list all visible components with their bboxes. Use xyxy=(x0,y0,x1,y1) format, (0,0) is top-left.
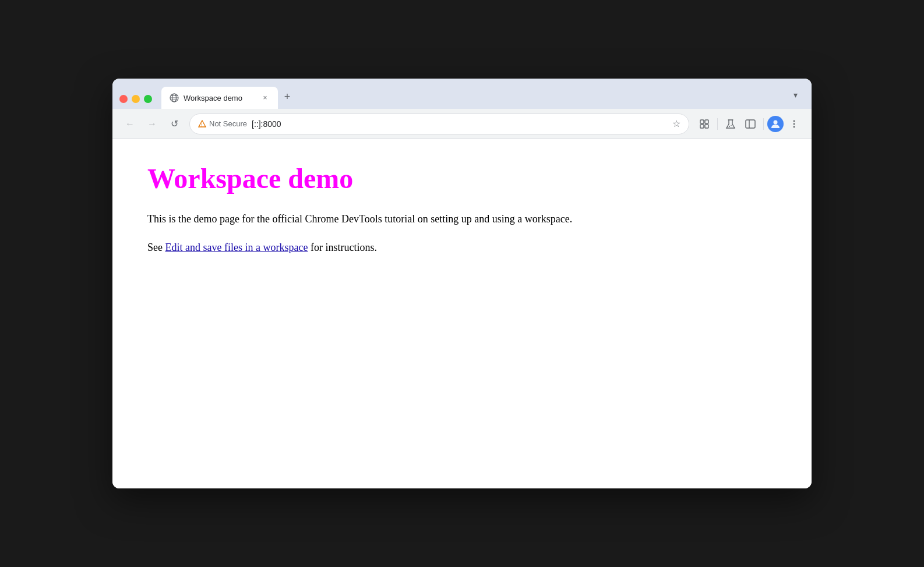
svg-rect-8 xyxy=(700,125,704,128)
svg-point-16 xyxy=(793,120,795,122)
reload-icon: ↺ xyxy=(171,118,178,129)
link-paragraph: See Edit and save files in a workspace f… xyxy=(147,239,777,256)
extensions-button[interactable] xyxy=(695,115,714,133)
see-prefix: See xyxy=(147,242,165,253)
menu-button[interactable] xyxy=(785,115,803,133)
lab-button[interactable] xyxy=(721,115,740,133)
svg-point-12 xyxy=(731,125,731,125)
traffic-lights xyxy=(119,95,152,109)
toolbar-divider-2 xyxy=(763,118,764,130)
svg-point-15 xyxy=(774,120,778,124)
kebab-menu-icon xyxy=(788,118,800,130)
warning-icon: ! xyxy=(198,120,206,128)
security-indicator: ! Not Secure xyxy=(198,119,247,128)
tab-bar: Workspace demo × + ▾ xyxy=(112,79,812,109)
intro-text: This is the demo page for the official C… xyxy=(147,213,572,225)
svg-point-18 xyxy=(793,126,795,127)
tab-dropdown-button[interactable]: ▾ xyxy=(786,86,805,104)
traffic-light-yellow[interactable] xyxy=(132,95,140,103)
toolbar-divider xyxy=(717,118,718,130)
globe-icon xyxy=(170,93,179,102)
active-tab[interactable]: Workspace demo × xyxy=(161,87,278,109)
svg-point-11 xyxy=(729,126,730,127)
security-label: Not Secure xyxy=(209,119,247,128)
tab-title: Workspace demo xyxy=(184,94,256,102)
traffic-light-red[interactable] xyxy=(119,95,128,103)
svg-text:!: ! xyxy=(201,122,202,126)
profile-button[interactable] xyxy=(767,116,784,132)
traffic-light-green[interactable] xyxy=(144,95,152,103)
tab-close-button[interactable]: × xyxy=(260,93,270,102)
url-display[interactable]: [::]:8000 xyxy=(252,119,668,129)
lab-icon xyxy=(725,118,736,130)
svg-rect-13 xyxy=(746,120,755,128)
page-content: Workspace demo This is the demo page for… xyxy=(112,139,812,488)
forward-button[interactable]: → xyxy=(143,115,161,133)
new-tab-button[interactable]: + xyxy=(278,87,297,109)
see-suffix: for instructions. xyxy=(308,242,377,253)
avatar-icon xyxy=(770,119,781,129)
forward-icon: → xyxy=(147,119,157,129)
workspace-link[interactable]: Edit and save files in a workspace xyxy=(165,242,308,253)
back-button[interactable]: ← xyxy=(121,115,139,133)
browser-window: Workspace demo × + ▾ ← → ↺ ! Not Secure … xyxy=(112,79,812,488)
back-icon: ← xyxy=(125,119,135,129)
intro-paragraph: This is the demo page for the official C… xyxy=(147,211,777,228)
svg-rect-7 xyxy=(705,120,708,123)
omnibox[interactable]: ! Not Secure [::]:8000 ☆ xyxy=(189,114,689,134)
page-heading: Workspace demo xyxy=(147,162,777,194)
bookmark-star-icon[interactable]: ☆ xyxy=(672,118,680,129)
sidebar-icon xyxy=(745,118,756,130)
svg-rect-6 xyxy=(700,120,704,123)
toolbar-right xyxy=(695,115,803,133)
toolbar: ← → ↺ ! Not Secure [::]:8000 ☆ xyxy=(112,109,812,139)
sidebar-button[interactable] xyxy=(741,115,760,133)
extensions-icon xyxy=(699,118,710,130)
svg-rect-9 xyxy=(705,125,708,128)
reload-button[interactable]: ↺ xyxy=(165,115,184,133)
svg-point-17 xyxy=(793,123,795,125)
